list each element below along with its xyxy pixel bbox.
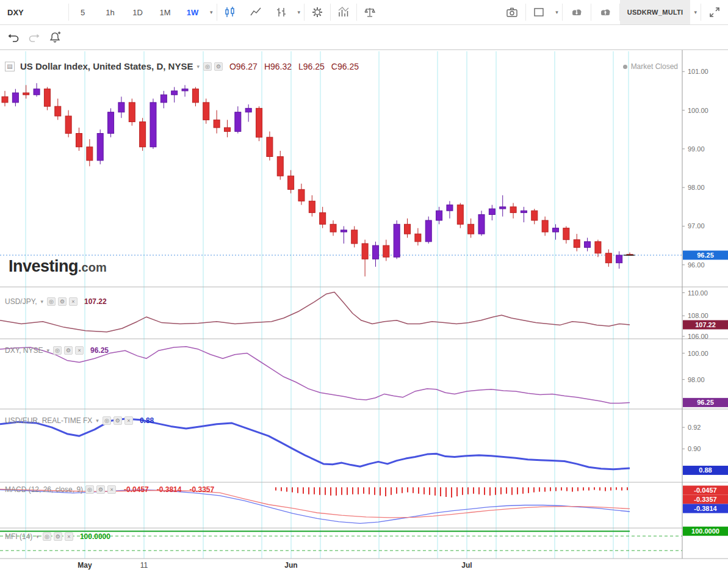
eye-icon[interactable]: ◎: [43, 532, 51, 541]
market-status: Market Closed: [623, 62, 678, 71]
compare-button[interactable]: [357, 0, 383, 24]
undo-button[interactable]: [4, 27, 23, 47]
main-chart-legend: ▤ US Dollar Index, United States, D, NYS…: [5, 61, 359, 71]
symbol-button[interactable]: DXY: [0, 0, 68, 24]
eye-icon[interactable]: ◎: [85, 485, 94, 494]
redo-button[interactable]: [24, 27, 44, 47]
timeframe-1d-button[interactable]: 1D: [124, 0, 151, 24]
bar-style-button[interactable]: [268, 0, 294, 24]
snapshot-button[interactable]: [499, 0, 525, 24]
macd-signal-value: -0.3357: [189, 485, 214, 494]
settings-button[interactable]: [305, 0, 330, 24]
svg-text:96.25: 96.25: [697, 252, 714, 259]
symbol-label: DXY: [7, 8, 24, 17]
chevron-down-icon: ▾: [210, 9, 213, 15]
chevron-down-icon[interactable]: ▾: [36, 534, 39, 540]
alert-add-button[interactable]: [45, 27, 65, 47]
pane-title[interactable]: USD/JPY,: [5, 297, 37, 306]
timeframe-5-button[interactable]: 5: [69, 0, 96, 24]
chart-title[interactable]: US Dollar Index, United States, D, NYSE: [20, 61, 193, 71]
close-icon[interactable]: ×: [75, 346, 84, 355]
candlestick-style-button[interactable]: [217, 0, 243, 24]
layout-button[interactable]: [526, 0, 552, 24]
ohlc-bars-icon: [275, 5, 288, 19]
close-icon[interactable]: ×: [107, 485, 116, 494]
chart-style-dropdown-button[interactable]: ▾: [294, 0, 305, 24]
top-toolbar: DXY 5 1h 1D 1M 1W ▾ ▾: [0, 0, 728, 25]
fullscreen-icon: [707, 5, 722, 19]
svg-text:0.88: 0.88: [699, 466, 712, 474]
cloud-upload-icon: [597, 5, 613, 19]
eye-icon[interactable]: ◎: [103, 416, 111, 425]
crosshair-icon[interactable]: ◎: [203, 62, 212, 71]
secondary-toolbar: [0, 25, 728, 50]
close-icon[interactable]: ×: [65, 532, 73, 541]
gear-icon[interactable]: ⚙: [54, 532, 62, 541]
ohlc-open: O96.27: [229, 62, 258, 71]
svg-text:98.00: 98.00: [688, 184, 705, 191]
chevron-down-icon[interactable]: ▾: [40, 299, 43, 305]
timeframe-1m-button[interactable]: 1M: [151, 0, 179, 24]
svg-text:99.00: 99.00: [688, 145, 705, 153]
timeframe-dropdown-button[interactable]: ▾: [206, 0, 217, 24]
layout-grid-icon: [532, 5, 546, 19]
candlestick-icon: [223, 5, 237, 19]
mfi-pane-legend: MFI (14) ▾ ◎ ⚙ × 100.0000: [5, 532, 110, 541]
save-layout-button[interactable]: [591, 0, 619, 24]
svg-text:98.00: 98.00: [688, 376, 705, 383]
macd-hist-value: -0.0457: [124, 485, 149, 494]
gear-icon[interactable]: ⚙: [214, 62, 223, 71]
chevron-down-icon[interactable]: ▾: [196, 63, 200, 70]
fullscreen-button[interactable]: [701, 0, 728, 24]
ohlc-high: H96.32: [264, 62, 292, 71]
macd-line-value: -0.3814: [157, 485, 182, 494]
timeframe-1h-button[interactable]: 1h: [96, 0, 124, 24]
pane-value: 100.0000: [80, 532, 110, 541]
chevron-down-icon: ▾: [555, 9, 558, 15]
layout-dropdown-button[interactable]: ▾: [552, 0, 562, 24]
line-style-button[interactable]: [243, 0, 268, 24]
watermark-suffix: .com: [78, 261, 107, 275]
close-icon[interactable]: ×: [124, 416, 133, 425]
pane-value: 0.88: [140, 416, 154, 425]
indicators-icon: [337, 5, 350, 19]
gear-icon[interactable]: ⚙: [58, 297, 67, 306]
close-icon[interactable]: ×: [69, 297, 77, 306]
chevron-down-icon[interactable]: ▾: [46, 347, 49, 353]
svg-text:100.00: 100.00: [688, 350, 708, 357]
timeframe-1w-button[interactable]: 1W: [179, 0, 206, 24]
gear-icon[interactable]: ⚙: [114, 416, 122, 425]
pane-title[interactable]: MACD (12, 26, close, 9): [5, 485, 83, 494]
undo-icon: [7, 31, 20, 44]
load-layout-button[interactable]: [563, 0, 591, 24]
svg-text:-0.3814: -0.3814: [694, 505, 717, 512]
gear-icon[interactable]: ⚙: [96, 485, 105, 494]
pane-title[interactable]: USD/EUR, REAL-TIME FX: [5, 416, 92, 425]
dxy-pane-legend: DXY, NYSE ▾ ◎ ⚙ × 96.25: [5, 346, 109, 355]
svg-text:May: May: [77, 561, 92, 570]
svg-text:96.00: 96.00: [688, 261, 705, 269]
time-axis[interactable]: May11JunJul: [77, 561, 472, 570]
trading-chart-app: 101.00100.0099.0098.0097.0096.00110.0010…: [0, 0, 728, 572]
pane-title[interactable]: MFI (14): [5, 532, 32, 541]
svg-text:Jun: Jun: [284, 561, 297, 570]
chevron-down-icon[interactable]: ▾: [96, 418, 99, 424]
svg-text:-0.3357: -0.3357: [694, 496, 716, 503]
template-dropdown-button[interactable]: ▾: [690, 0, 701, 24]
scales-icon: [363, 5, 377, 19]
pane-title[interactable]: DXY, NYSE: [5, 346, 43, 355]
market-status-label: Market Closed: [631, 62, 678, 71]
price-axis[interactable]: 101.00100.0099.0098.0097.0096.00110.0010…: [682, 68, 708, 452]
eye-icon[interactable]: ◎: [47, 297, 56, 306]
panel-collapse-icon[interactable]: ▤: [5, 62, 15, 71]
ohlc-low: L96.25: [298, 62, 325, 71]
ohlc-close: C96.25: [331, 62, 359, 71]
gear-icon[interactable]: ⚙: [64, 346, 73, 355]
status-dot-icon: [623, 65, 627, 69]
macd-pane-legend: MACD (12, 26, close, 9) ◎ ⚙ × -0.0457 -0…: [5, 485, 214, 494]
chevron-down-icon: ▾: [298, 9, 301, 15]
eye-icon[interactable]: ◎: [53, 346, 62, 355]
template-button[interactable]: USDKRW_MULTI: [620, 0, 691, 24]
indicators-button[interactable]: [331, 0, 356, 24]
usdjpy-pane-legend: USD/JPY, ▾ ◎ ⚙ × 107.22: [5, 297, 107, 306]
